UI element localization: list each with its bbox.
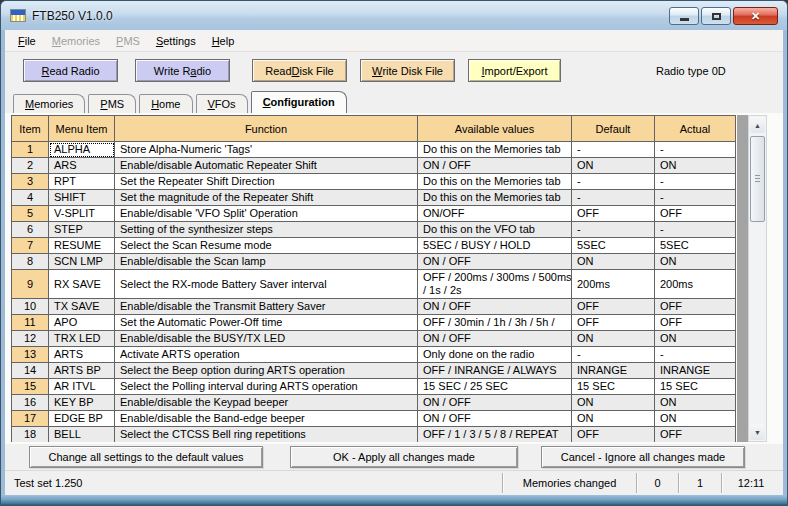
scrollbar-thumb[interactable] xyxy=(750,136,765,222)
cell-item[interactable]: 12 xyxy=(12,331,49,347)
cell-item[interactable]: 3 xyxy=(12,174,49,190)
cell-menu-item[interactable]: SHIFT xyxy=(49,190,115,206)
cell-menu-item[interactable]: SCN LMP xyxy=(49,254,115,270)
cell-default[interactable]: - xyxy=(572,222,655,238)
cell-function[interactable]: Set the Automatic Power-Off time xyxy=(115,315,418,331)
cell-available-values[interactable]: Only done on the radio xyxy=(418,347,572,363)
cell-function[interactable]: Enable/disable the Transmit Battery Save… xyxy=(115,299,418,315)
write-disk-file-button[interactable]: Write Disk File xyxy=(360,59,455,82)
cell-available-values[interactable]: ON/OFF xyxy=(418,206,572,222)
cell-actual[interactable]: - xyxy=(655,222,736,238)
cell-default[interactable]: ON xyxy=(572,331,655,347)
cell-available-values[interactable]: OFF / 30min / 1h / 3h / 5h / xyxy=(418,315,572,331)
cell-menu-item[interactable]: EDGE BP xyxy=(49,411,115,427)
menu-help[interactable]: Help xyxy=(204,32,243,50)
cell-default[interactable]: - xyxy=(572,174,655,190)
cell-actual[interactable]: ON xyxy=(655,331,736,347)
cell-menu-item[interactable]: ALPHA xyxy=(49,142,115,158)
scroll-up-button[interactable]: ▲ xyxy=(750,117,765,133)
cell-item[interactable]: 2 xyxy=(12,158,49,174)
title-bar[interactable]: FTB250 V1.0.0 ✕ xyxy=(1,1,787,30)
cell-item[interactable]: 6 xyxy=(12,222,49,238)
cell-item[interactable]: 13 xyxy=(12,347,49,363)
cell-function[interactable]: Setting of the synthesizer steps xyxy=(115,222,418,238)
cell-default[interactable]: - xyxy=(572,347,655,363)
write-radio-button[interactable]: Write Radio xyxy=(135,59,230,82)
cell-default[interactable]: 15 SEC xyxy=(572,379,655,395)
cell-default[interactable]: OFF xyxy=(572,299,655,315)
cell-actual[interactable]: ON xyxy=(655,395,736,411)
cell-available-values[interactable]: ON / OFF xyxy=(418,254,572,270)
cell-menu-item[interactable]: TX SAVE xyxy=(49,299,115,315)
cell-menu-item[interactable]: ARTS xyxy=(49,347,115,363)
cell-item[interactable]: 18 xyxy=(12,427,49,443)
cell-actual[interactable]: - xyxy=(655,190,736,206)
cell-function[interactable]: Select the Scan Resume mode xyxy=(115,238,418,254)
cell-function[interactable]: Activate ARTS operation xyxy=(115,347,418,363)
cell-item[interactable]: 14 xyxy=(12,363,49,379)
tab-pms[interactable]: PMS xyxy=(88,94,136,113)
cell-item[interactable]: 17 xyxy=(12,411,49,427)
cell-default[interactable]: ON xyxy=(572,395,655,411)
cell-menu-item[interactable]: RPT xyxy=(49,174,115,190)
import-export-button[interactable]: Import/Export xyxy=(468,59,561,82)
cell-function[interactable]: Enable/disable the Band-edge beeper xyxy=(115,411,418,427)
cell-available-values[interactable]: 5SEC / BUSY / HOLD xyxy=(418,238,572,254)
scroll-down-button[interactable]: ▼ xyxy=(750,424,765,440)
tab-home[interactable]: Home xyxy=(139,94,192,113)
cell-function[interactable]: Select the CTCSS Bell ring repetitions xyxy=(115,427,418,443)
cell-available-values[interactable]: ON / OFF xyxy=(418,411,572,427)
cell-actual[interactable]: OFF xyxy=(655,427,736,443)
ok-apply-button[interactable]: OK - Apply all changes made xyxy=(290,446,518,468)
cell-available-values[interactable]: Do this on the Memories tab xyxy=(418,142,572,158)
cell-function[interactable]: Set the magnitude of the Repeater Shift xyxy=(115,190,418,206)
cell-menu-item[interactable]: V-SPLIT xyxy=(49,206,115,222)
cell-available-values[interactable]: OFF / 200ms / 300ms / 500ms / 1s / 2s xyxy=(418,270,572,299)
cell-menu-item[interactable]: ARS xyxy=(49,158,115,174)
cell-function[interactable]: Enable/disable the Keypad beeper xyxy=(115,395,418,411)
cell-menu-item[interactable]: TRX LED xyxy=(49,331,115,347)
cell-actual[interactable]: 15 SEC xyxy=(655,379,736,395)
cell-actual[interactable]: OFF xyxy=(655,206,736,222)
cancel-ignore-button[interactable]: Cancel - Ignore all changes made xyxy=(541,446,745,468)
cell-default[interactable]: OFF xyxy=(572,315,655,331)
cell-available-values[interactable]: Do this on the Memories tab xyxy=(418,190,572,206)
cell-actual[interactable]: 5SEC xyxy=(655,238,736,254)
cell-available-values[interactable]: ON / OFF xyxy=(418,299,572,315)
cell-item[interactable]: 9 xyxy=(12,270,49,299)
cell-available-values[interactable]: OFF / INRANGE / ALWAYS xyxy=(418,363,572,379)
tab-vfos[interactable]: VFOs xyxy=(196,94,248,113)
cell-menu-item[interactable]: RESUME xyxy=(49,238,115,254)
cell-function[interactable]: Enable/disable 'VFO Split' Operation xyxy=(115,206,418,222)
cell-default[interactable]: OFF xyxy=(572,206,655,222)
cell-function[interactable]: Select the RX-mode Battery Saver interva… xyxy=(115,270,418,299)
cell-available-values[interactable]: ON / OFF xyxy=(418,158,572,174)
cell-menu-item[interactable]: RX SAVE xyxy=(49,270,115,299)
cell-default[interactable]: ON xyxy=(572,158,655,174)
cell-item[interactable]: 1 xyxy=(12,142,49,158)
cell-actual[interactable]: INRANGE xyxy=(655,363,736,379)
cell-available-values[interactable]: Do this on the VFO tab xyxy=(418,222,572,238)
cell-actual[interactable]: ON xyxy=(655,411,736,427)
cell-default[interactable]: INRANGE xyxy=(572,363,655,379)
cell-default[interactable]: ON xyxy=(572,411,655,427)
read-disk-file-button[interactable]: Read Disk File xyxy=(252,59,347,82)
cell-actual[interactable]: OFF xyxy=(655,299,736,315)
close-button[interactable]: ✕ xyxy=(733,7,778,25)
menu-settings[interactable]: Settings xyxy=(148,32,204,50)
read-radio-button[interactable]: Read Radio xyxy=(23,59,118,82)
cell-function[interactable]: Select the Polling interval during ARTS … xyxy=(115,379,418,395)
menu-file[interactable]: File xyxy=(10,32,44,50)
cell-function[interactable]: Set the Repeater Shift Direction xyxy=(115,174,418,190)
cell-available-values[interactable]: ON / OFF xyxy=(418,395,572,411)
cell-default[interactable]: ON xyxy=(572,254,655,270)
cell-actual[interactable]: ON xyxy=(655,158,736,174)
cell-menu-item[interactable]: APO xyxy=(49,315,115,331)
vertical-scrollbar[interactable]: ▲ ▼ xyxy=(748,115,767,442)
cell-item[interactable]: 11 xyxy=(12,315,49,331)
minimize-button[interactable] xyxy=(669,7,699,25)
cell-actual[interactable]: ON xyxy=(655,254,736,270)
cell-actual[interactable]: 200ms xyxy=(655,270,736,299)
cell-item[interactable]: 15 xyxy=(12,379,49,395)
cell-available-values[interactable]: 15 SEC / 25 SEC xyxy=(418,379,572,395)
